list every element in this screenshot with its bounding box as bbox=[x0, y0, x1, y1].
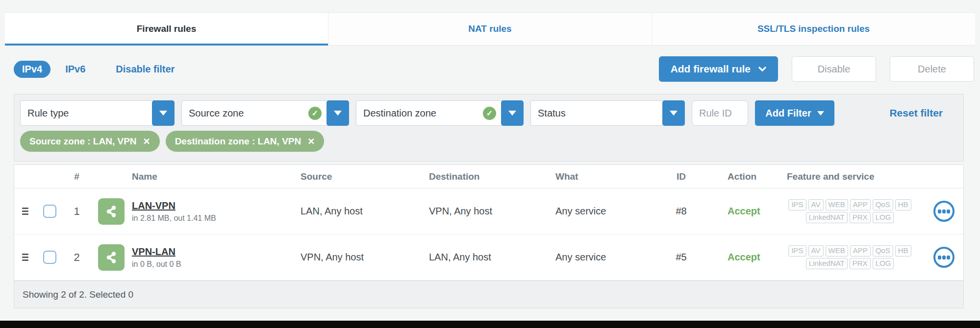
column-header-id: ID bbox=[653, 171, 709, 182]
add-filter-button[interactable]: Add Filter bbox=[755, 100, 834, 126]
rule-what: Any service bbox=[555, 252, 653, 263]
column-header-destination: Destination bbox=[429, 171, 555, 182]
rule-position: 1 bbox=[63, 205, 90, 218]
rule-id: #5 bbox=[653, 252, 709, 263]
column-header-number: # bbox=[63, 171, 90, 182]
table-header-row: # Name Source Destination What ID Action… bbox=[14, 165, 963, 188]
status-dropdown[interactable]: Status bbox=[530, 100, 685, 126]
add-filter-label: Add Filter bbox=[765, 108, 811, 119]
reset-filter-link[interactable]: Reset filter bbox=[889, 107, 943, 119]
badge-ips: IPS bbox=[788, 245, 806, 257]
disable-button[interactable]: Disable bbox=[792, 56, 876, 82]
rule-type-dropdown-button[interactable] bbox=[152, 100, 175, 126]
row-checkbox[interactable] bbox=[43, 205, 56, 218]
badge-linkednat: LinkedNAT bbox=[806, 212, 848, 223]
column-header-action: Action bbox=[709, 171, 775, 182]
rule-action: Accept bbox=[709, 206, 775, 217]
row-menu-ellipsis-button[interactable] bbox=[933, 201, 955, 222]
close-icon[interactable]: ✕ bbox=[143, 137, 151, 146]
badge-prx: PRX bbox=[850, 212, 871, 223]
badge-hb: HB bbox=[895, 245, 911, 257]
badge-hb: HB bbox=[895, 199, 911, 211]
destination-zone-dropdown-label: Destination zone bbox=[363, 108, 436, 119]
column-header-source: Source bbox=[301, 171, 429, 182]
filter-chip-label: Source zone : LAN, VPN bbox=[29, 136, 137, 147]
rule-traffic: in 2.81 MB, out 1.41 MB bbox=[132, 214, 301, 223]
share-network-icon[interactable] bbox=[98, 244, 125, 271]
toolbar: IPv4 IPv6 Disable filter Add firewall ru… bbox=[14, 53, 974, 85]
table-summary: Showing 2 of 2. Selected 0 bbox=[23, 289, 133, 300]
rule-what: Any service bbox=[555, 206, 653, 217]
badge-log: LOG bbox=[873, 258, 894, 269]
column-header-what: What bbox=[555, 171, 653, 182]
badge-log: LOG bbox=[873, 212, 894, 223]
active-filter-chips: Source zone : LAN, VPN ✕ Destination zon… bbox=[20, 131, 957, 152]
row-checkbox[interactable] bbox=[43, 251, 56, 264]
ipv4-toggle[interactable]: IPv4 bbox=[14, 61, 50, 78]
rule-source: LAN, Any host bbox=[301, 206, 429, 217]
tab-firewall-rules[interactable]: Firewall rules bbox=[5, 13, 328, 45]
badge-app: APP bbox=[850, 199, 871, 211]
status-dropdown-label: Status bbox=[538, 108, 566, 119]
caret-down-icon bbox=[817, 111, 824, 116]
badge-linkednat: LinkedNAT bbox=[806, 258, 848, 269]
source-zone-dropdown-button[interactable] bbox=[327, 100, 349, 126]
badge-qos: QoS bbox=[873, 199, 893, 211]
check-circle-icon: ✓ bbox=[483, 107, 496, 120]
drag-handle[interactable] bbox=[22, 208, 28, 215]
badge-av: AV bbox=[808, 245, 824, 257]
rule-action: Accept bbox=[709, 252, 775, 263]
delete-button[interactable]: Delete bbox=[890, 56, 974, 82]
source-zone-dropdown-label: Source zone bbox=[189, 108, 244, 119]
table-footer: Showing 2 of 2. Selected 0 bbox=[14, 281, 963, 308]
column-header-feature-service: Feature and service bbox=[775, 171, 925, 182]
filter-chip-label: Destination zone : LAN, VPN bbox=[175, 136, 302, 147]
rule-id-input[interactable] bbox=[692, 100, 748, 126]
bottom-bar bbox=[0, 321, 980, 328]
badge-qos: QoS bbox=[873, 245, 893, 257]
status-dropdown-button[interactable] bbox=[662, 100, 685, 126]
close-icon[interactable]: ✕ bbox=[307, 137, 315, 146]
table-row: 2 VPN-LAN in 0 B, out 0 B VPN, Any host … bbox=[14, 234, 963, 281]
table-row: 1 LAN-VPN in 2.81 MB, out 1.41 MB LAN, A… bbox=[14, 188, 963, 234]
badge-ips: IPS bbox=[788, 199, 806, 211]
tab-nat-rules[interactable]: NAT rules bbox=[328, 13, 652, 45]
ipv6-toggle[interactable]: IPv6 bbox=[65, 64, 85, 75]
column-header-name: Name bbox=[132, 171, 301, 182]
rule-type-dropdown-label: Rule type bbox=[27, 108, 69, 119]
badge-web: WEB bbox=[826, 245, 848, 257]
row-menu-ellipsis-button[interactable] bbox=[933, 247, 955, 268]
firewall-rules-table: # Name Source Destination What ID Action… bbox=[14, 164, 964, 308]
drag-handle[interactable] bbox=[22, 254, 28, 261]
rule-destination: LAN, Any host bbox=[429, 252, 555, 263]
filter-chip-destination-zone: Destination zone : LAN, VPN ✕ bbox=[166, 131, 325, 152]
source-zone-dropdown[interactable]: Source zone ✓ bbox=[181, 100, 349, 126]
tab-ssl-tls-inspection-rules[interactable]: SSL/TLS inspection rules bbox=[652, 13, 975, 45]
rule-source: VPN, Any host bbox=[301, 252, 429, 263]
rules-tab-bar: Firewall rules NAT rules SSL/TLS inspect… bbox=[5, 12, 975, 46]
toolbar-actions: Add firewall rule Disable Delete bbox=[659, 56, 974, 82]
badge-av: AV bbox=[808, 199, 824, 211]
filter-row: Rule type Source zone ✓ Destination zone… bbox=[20, 100, 957, 126]
filter-chip-source-zone: Source zone : LAN, VPN ✕ bbox=[20, 131, 160, 152]
filter-panel: Rule type Source zone ✓ Destination zone… bbox=[14, 94, 964, 162]
rule-id: #8 bbox=[653, 206, 709, 217]
caret-down-icon bbox=[159, 111, 167, 116]
share-network-icon[interactable] bbox=[98, 198, 125, 225]
destination-zone-dropdown[interactable]: Destination zone ✓ bbox=[356, 100, 524, 126]
caret-down-icon bbox=[334, 111, 342, 116]
destination-zone-dropdown-button[interactable] bbox=[501, 100, 524, 126]
rule-type-dropdown[interactable]: Rule type bbox=[20, 100, 175, 126]
badge-app: APP bbox=[850, 245, 871, 257]
badge-web: WEB bbox=[826, 199, 848, 211]
feature-badges: IPS AV WEB APP QoS HB LinkedNAT PRX LOG bbox=[775, 245, 925, 269]
rule-traffic: in 0 B, out 0 B bbox=[132, 260, 301, 269]
caret-down-icon bbox=[508, 111, 516, 116]
disable-filter-link[interactable]: Disable filter bbox=[116, 64, 175, 75]
rule-name-link[interactable]: LAN-VPN bbox=[132, 200, 176, 211]
badge-prx: PRX bbox=[850, 258, 871, 269]
rule-name-link[interactable]: VPN-LAN bbox=[132, 246, 176, 258]
add-firewall-rule-label: Add firewall rule bbox=[671, 63, 751, 75]
add-firewall-rule-button[interactable]: Add firewall rule bbox=[659, 56, 778, 82]
check-circle-icon: ✓ bbox=[308, 107, 322, 120]
